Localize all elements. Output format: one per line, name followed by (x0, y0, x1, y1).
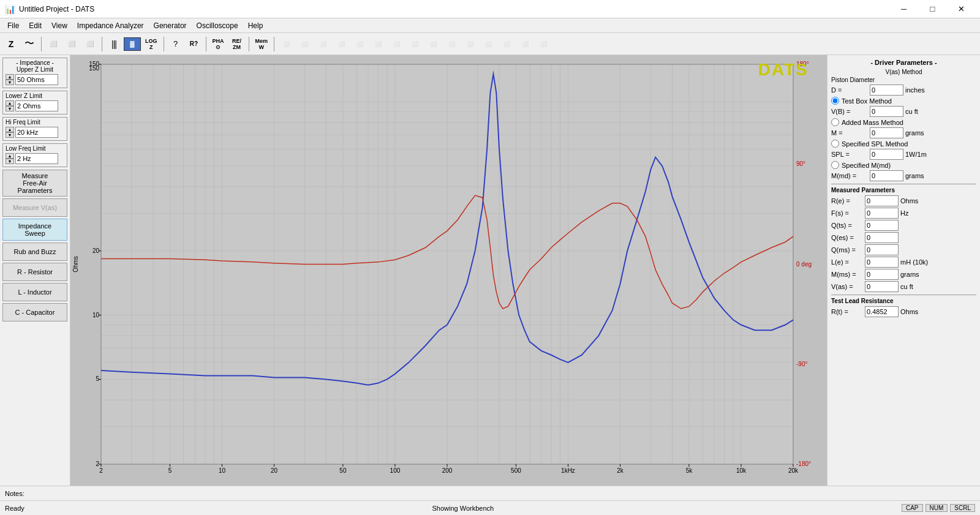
hi-freq-limit-group: Hi Freq Limit ▲ ▼ 20 kHz (2, 117, 67, 141)
qts-input[interactable]: 0 (865, 220, 899, 231)
c-capacitor-btn[interactable]: C - Capacitor (2, 303, 67, 321)
spec-spl-label: Specified SPL Method (842, 140, 908, 148)
minimize-button[interactable]: ─ (890, 0, 918, 18)
tb-btn-3[interactable]: ⬜ (81, 36, 99, 53)
low-freq-input[interactable]: 2 Hz (15, 153, 58, 164)
tb-extra-1[interactable]: ⬜ (277, 36, 295, 53)
window-controls: ─ □ ✕ (890, 0, 975, 18)
tb-extra-4[interactable]: ⬜ (333, 36, 350, 53)
m-input[interactable]: 0 (870, 127, 903, 138)
menu-oscilloscope[interactable]: Oscilloscope (192, 20, 243, 31)
qes-input[interactable]: 0 (865, 232, 899, 243)
mms-input[interactable]: 0 (865, 269, 899, 280)
vb-input[interactable]: 0 (870, 106, 903, 117)
spec-spl-radio[interactable] (831, 140, 839, 148)
maximize-button[interactable]: □ (919, 0, 946, 18)
low-freq-down-btn[interactable]: ▼ (6, 159, 14, 164)
qts-label: Q(ts) = (831, 222, 863, 229)
lower-z-up-btn[interactable]: ▲ (6, 100, 14, 106)
upper-z-input[interactable]: 50 Ohms (15, 74, 58, 85)
driver-params-title: - Driver Parameters - (831, 59, 976, 66)
tb-btn-1[interactable]: ⬜ (45, 36, 62, 53)
z-toolbar-btn[interactable]: Z (2, 36, 20, 53)
vas-input[interactable]: 0 (865, 281, 899, 292)
tb-pha-btn[interactable]: PHA⊙ (209, 36, 227, 53)
tb-extra-8[interactable]: ⬜ (406, 36, 423, 53)
spec-mmd-radio-row: Specified M(md) (831, 161, 976, 169)
rt-input[interactable]: 0.4852 (865, 306, 899, 317)
fs-input[interactable]: 0 (865, 208, 899, 219)
tb-bars-btn[interactable]: ||| (105, 36, 123, 53)
app-title: Untitled Project - DATS (19, 5, 94, 13)
measure-vas-btn[interactable]: Measure V(as) (2, 198, 67, 217)
hi-freq-input[interactable]: 20 kHz (15, 127, 58, 138)
hi-freq-down-btn[interactable]: ▼ (6, 132, 14, 138)
wave-toolbar-btn[interactable]: 〜 (21, 36, 38, 53)
right-panel: - Driver Parameters - V(as) Method Pisto… (827, 55, 980, 486)
spec-mmd-radio[interactable] (831, 161, 839, 169)
d-input[interactable]: 0 (870, 85, 903, 96)
vas-unit: cu ft (900, 283, 913, 290)
tb-memw-btn[interactable]: MemW (252, 36, 271, 53)
toolbar-sep-3 (164, 37, 164, 51)
tb-extra-3[interactable]: ⬜ (314, 36, 331, 53)
tb-extra-13[interactable]: ⬜ (498, 36, 515, 53)
status-indicators: CAP NUM SCRL (902, 504, 975, 512)
tb-extra-5[interactable]: ⬜ (351, 36, 368, 53)
tb-extra-14[interactable]: ⬜ (516, 36, 533, 53)
menu-edit[interactable]: Edit (24, 20, 47, 31)
tb-extra-12[interactable]: ⬜ (480, 36, 497, 53)
menu-help[interactable]: Help (243, 20, 268, 31)
tb-log-btn[interactable]: LOGZ (142, 36, 160, 53)
tb-fill-btn[interactable]: ▓ (124, 37, 141, 51)
upper-z-up-btn[interactable]: ▲ (6, 74, 14, 80)
l-inductor-btn[interactable]: L - Inductor (2, 283, 67, 301)
spl-input[interactable]: 0 (870, 149, 903, 160)
tb-extra-10[interactable]: ⬜ (443, 36, 460, 53)
spec-mmd-label: Specified M(md) (842, 162, 891, 169)
rub-and-buzz-btn[interactable]: Rub and Buzz (2, 242, 67, 261)
lower-z-input[interactable]: 2 Ohms (15, 100, 58, 111)
vas-method-label: V(as) Method (831, 69, 976, 75)
measured-params-title: Measured Parameters (831, 187, 976, 194)
impedance-sweep-btn[interactable]: ImpedanceSweep (2, 219, 67, 241)
menu-impedance-analyzer[interactable]: Impedance Analyzer (72, 20, 149, 31)
re-unit: Ohms (900, 197, 918, 205)
tb-help-btn[interactable]: ? (167, 36, 184, 53)
re-input[interactable]: 0 (865, 195, 899, 206)
hi-freq-up-btn[interactable]: ▲ (6, 127, 14, 132)
qms-input[interactable]: 0 (865, 244, 899, 255)
tb-extra-15[interactable]: ⬜ (535, 36, 552, 53)
tb-help2-btn[interactable]: R? (186, 36, 203, 53)
low-freq-up-btn[interactable]: ▲ (6, 153, 14, 159)
tb-extra-11[interactable]: ⬜ (461, 36, 478, 53)
upper-z-down-btn[interactable]: ▼ (6, 80, 14, 85)
cap-indicator: CAP (902, 504, 923, 512)
tb-extra-7[interactable]: ⬜ (388, 36, 405, 53)
tb-extra-6[interactable]: ⬜ (369, 36, 386, 53)
menu-view[interactable]: View (47, 20, 72, 31)
lower-z-limit-group: Lower Z Limit ▲ ▼ 2 Ohms (2, 91, 67, 115)
measure-free-air-btn[interactable]: MeasureFree-AirParameters (2, 170, 67, 197)
vas-row: V(as) = 0 cu ft (831, 281, 976, 292)
menu-file[interactable]: File (2, 20, 24, 31)
close-button[interactable]: ✕ (948, 0, 975, 18)
lower-z-down-btn[interactable]: ▼ (6, 106, 14, 111)
test-box-radio[interactable] (831, 97, 839, 105)
re-label: R(e) = (831, 197, 863, 205)
tb-btn-2[interactable]: ⬜ (63, 36, 80, 53)
spl-label: SPL = (831, 151, 868, 158)
mmd-input[interactable]: 0 (870, 170, 903, 181)
status-text: Ready (5, 505, 24, 512)
tb-extra-9[interactable]: ⬜ (424, 36, 442, 53)
added-mass-radio[interactable] (831, 118, 839, 126)
d-unit: inches (905, 86, 925, 94)
tb-rezm-btn[interactable]: RE/ZM (228, 36, 246, 53)
r-resistor-btn[interactable]: R - Resistor (2, 263, 67, 281)
spl-row: SPL = 0 1W/1m (831, 149, 976, 160)
menu-generator[interactable]: Generator (149, 20, 192, 31)
qms-label: Q(ms) = (831, 246, 863, 254)
tb-extra-2[interactable]: ⬜ (296, 36, 313, 53)
le-input[interactable]: 0 (865, 257, 899, 268)
scrl-indicator: SCRL (950, 504, 975, 512)
